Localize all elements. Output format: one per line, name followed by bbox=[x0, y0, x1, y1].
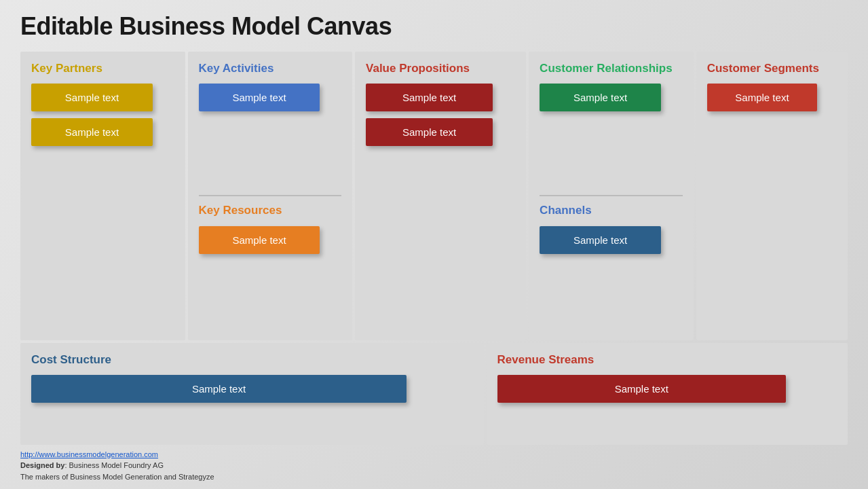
customer-relationships-btn-1[interactable]: Sample text bbox=[540, 84, 661, 111]
customer-segments-btn-1[interactable]: Sample text bbox=[707, 84, 818, 111]
cell-customer-segments: Customer Segments Sample text bbox=[696, 52, 848, 340]
channels-btn-1[interactable]: Sample text bbox=[540, 226, 661, 254]
footer-link[interactable]: http://www.businessmodelgeneration.com bbox=[20, 450, 158, 458]
key-activities-btn-1[interactable]: Sample text bbox=[199, 84, 320, 111]
footer-credit: The makers of Business Model Generation … bbox=[20, 471, 848, 483]
key-activities-top: Key Activities Sample text bbox=[199, 61, 342, 196]
revenue-streams-btn-1[interactable]: Sample text bbox=[497, 375, 786, 403]
key-resources-section: Key Resources Sample text bbox=[199, 196, 342, 330]
customer-relationships-inner: Customer Relationships Sample text Chann… bbox=[540, 61, 683, 331]
canvas-container: Key Partners Sample text Sample text Key… bbox=[20, 52, 848, 445]
cost-structure-btn-1[interactable]: Sample text bbox=[31, 375, 407, 403]
key-activities-title: Key Activities bbox=[199, 61, 342, 75]
top-section: Key Partners Sample text Sample text Key… bbox=[20, 52, 848, 340]
cell-cost-structure: Cost Structure Sample text bbox=[20, 343, 484, 445]
key-resources-btn-1[interactable]: Sample text bbox=[199, 226, 320, 254]
customer-relationships-top: Customer Relationships Sample text bbox=[540, 61, 683, 196]
cell-revenue-streams: Revenue Streams Sample text bbox=[487, 343, 848, 445]
cell-customer-relationships: Customer Relationships Sample text Chann… bbox=[529, 52, 694, 340]
footer-designer-label: Designed by bbox=[20, 461, 64, 469]
key-resources-title: Key Resources bbox=[199, 203, 342, 217]
cell-key-activities: Key Activities Sample text Key Resources… bbox=[188, 52, 353, 340]
bottom-section: Cost Structure Sample text Revenue Strea… bbox=[20, 343, 848, 445]
channels-section: Channels Sample text bbox=[540, 196, 683, 330]
customer-segments-title: Customer Segments bbox=[707, 61, 837, 75]
value-propositions-btn-1[interactable]: Sample text bbox=[366, 84, 493, 111]
page-title: Editable Business Model Canvas bbox=[20, 12, 848, 41]
channels-title: Channels bbox=[540, 203, 683, 217]
revenue-streams-title: Revenue Streams bbox=[497, 352, 837, 367]
value-propositions-btn-2[interactable]: Sample text bbox=[366, 118, 493, 146]
footer-designer-name: Business Model Foundry AG bbox=[69, 461, 164, 469]
value-propositions-title: Value Propositions bbox=[366, 61, 515, 75]
key-partners-btn-1[interactable]: Sample text bbox=[31, 84, 153, 111]
customer-relationships-title: Customer Relationships bbox=[540, 61, 683, 75]
cell-value-propositions: Value Propositions Sample text Sample te… bbox=[355, 52, 526, 340]
key-partners-btn-2[interactable]: Sample text bbox=[31, 118, 153, 146]
cell-key-partners: Key Partners Sample text Sample text bbox=[20, 52, 185, 340]
key-partners-title: Key Partners bbox=[31, 61, 174, 75]
cost-structure-title: Cost Structure bbox=[31, 352, 473, 367]
footer: http://www.businessmodelgeneration.com D… bbox=[20, 449, 848, 483]
key-activities-inner: Key Activities Sample text Key Resources… bbox=[199, 61, 342, 331]
